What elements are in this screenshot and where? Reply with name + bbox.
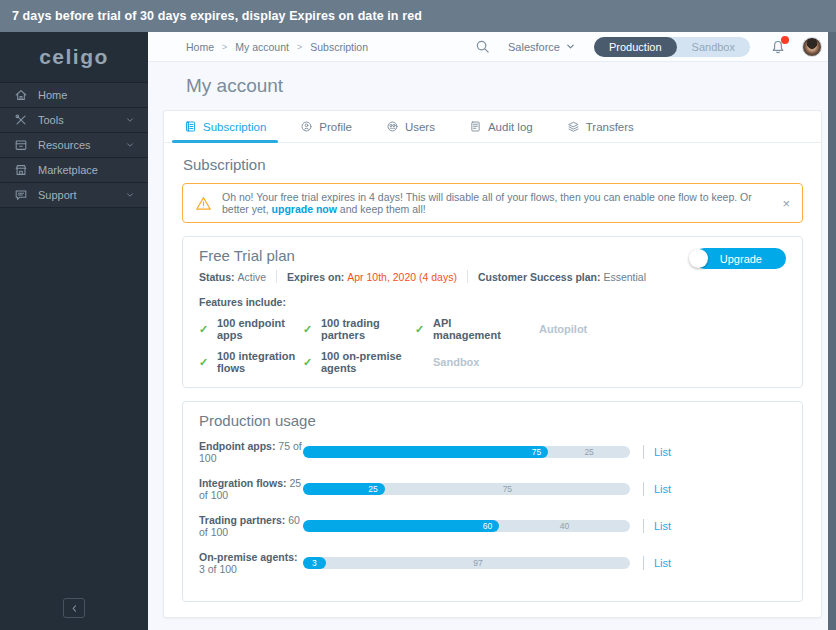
sidebar: celigo Home Tools Resources Marketplace — [0, 32, 148, 630]
scrollbar[interactable] — [828, 32, 836, 630]
usage-rows: Endpoint apps: 75 of 100 7525 List Integ… — [199, 440, 786, 575]
upgrade-knob — [689, 249, 708, 268]
subscription-icon — [184, 120, 197, 133]
plan-status-row: Status: Active Expires on: Apr 10th, 202… — [199, 270, 786, 283]
alert-text-after: and keep them all! — [337, 203, 426, 215]
sidebar-item-label: Home — [38, 89, 67, 101]
app-frame: celigo Home Tools Resources Marketplace — [0, 32, 836, 630]
tab-audit-log[interactable]: Audit log — [457, 111, 545, 142]
usage-label: Integration flows: 25 of 100 — [199, 477, 303, 501]
upgrade-now-link[interactable]: upgrade now — [272, 203, 337, 215]
instruction-banner: 7 days before trial of 30 days expires, … — [0, 0, 836, 32]
main-area: Home > My account > Subscription Salesfo… — [148, 32, 836, 630]
list-link[interactable]: List — [654, 483, 671, 495]
audit-log-icon — [469, 120, 482, 133]
feature-label: 100 trading partners — [321, 317, 415, 341]
tab-profile[interactable]: Profile — [288, 111, 364, 142]
chevron-down-icon — [125, 115, 135, 125]
user-avatar[interactable] — [802, 37, 822, 57]
chevron-down-icon — [125, 190, 135, 200]
sidebar-item-tools[interactable]: Tools — [0, 108, 148, 133]
usage-bar-fill: 25 — [303, 483, 385, 495]
sidebar-nav: Home Tools Resources Marketplace Support — [0, 82, 148, 208]
feature-label: Autopilot — [539, 323, 587, 335]
environment-sandbox[interactable]: Sandbox — [677, 37, 750, 57]
divider — [643, 519, 644, 533]
usage-name: Endpoint apps: — [199, 440, 275, 452]
chevron-down-icon — [125, 140, 135, 150]
divider — [467, 270, 468, 283]
tab-subscription[interactable]: Subscription — [172, 111, 278, 142]
feature-label: 100 endpoint apps — [217, 317, 303, 341]
sidebar-item-label: Support — [38, 189, 77, 201]
success-plan-value: Essential — [603, 271, 646, 283]
check-icon: ✓ — [303, 323, 316, 336]
sidebar-item-label: Tools — [38, 114, 64, 126]
tab-label: Audit log — [488, 121, 533, 133]
status-label: Status: — [199, 271, 235, 283]
usage-progress-bar: 397 — [303, 557, 630, 569]
tab-label: Subscription — [203, 121, 266, 133]
usage-progress-bar: 6040 — [303, 520, 630, 532]
search-button[interactable] — [475, 39, 490, 54]
alert-message: Oh no! Your free trial expires in 4 days… — [222, 191, 770, 215]
breadcrumb-my-account[interactable]: My account — [235, 41, 289, 53]
sidebar-item-resources[interactable]: Resources — [0, 133, 148, 158]
check-icon: ✓ — [199, 323, 212, 336]
feature-integration-flows: ✓100 integration flows — [199, 350, 303, 374]
check-icon: ✓ — [199, 356, 212, 369]
resources-icon — [14, 138, 28, 152]
features-title: Features include: — [199, 296, 786, 308]
breadcrumb-home[interactable]: Home — [186, 41, 214, 53]
environment-production[interactable]: Production — [594, 37, 677, 57]
feature-endpoint-apps: ✓100 endpoint apps — [199, 317, 303, 341]
upgrade-button[interactable]: Upgrade — [694, 248, 786, 269]
sidebar-item-support[interactable]: Support — [0, 183, 148, 208]
users-icon — [386, 120, 399, 133]
usage-name: On-premise agents: — [199, 551, 298, 563]
usage-bar-remaining: 97 — [473, 557, 482, 569]
usage-value: 3 of 100 — [199, 563, 237, 575]
search-icon — [475, 39, 490, 54]
usage-bar-remaining: 25 — [584, 446, 593, 458]
list-link[interactable]: List — [654, 557, 671, 569]
expires-value: Apr 10th, 2020 (4 days) — [347, 271, 457, 283]
account-card: Subscription Profile Users Audit log Tra… — [163, 110, 822, 618]
notifications-button[interactable] — [770, 39, 786, 55]
subscription-content: Subscription Oh no! Your free trial expi… — [164, 143, 821, 615]
environment-toggle: Production Sandbox — [594, 37, 750, 57]
usage-name: Integration flows: — [199, 477, 287, 489]
feature-on-premise-agents: ✓100 on-premise agents — [303, 350, 415, 374]
tab-users[interactable]: Users — [374, 111, 447, 142]
breadcrumb-subscription: Subscription — [310, 41, 368, 53]
sidebar-item-marketplace[interactable]: Marketplace — [0, 158, 148, 183]
notification-badge — [781, 36, 789, 44]
sidebar-item-home[interactable]: Home — [0, 83, 148, 108]
usage-label: Trading partners: 60 of 100 — [199, 514, 303, 538]
production-usage-panel: Production usage Endpoint apps: 75 of 10… — [182, 401, 803, 602]
list-link[interactable]: List — [654, 446, 671, 458]
usage-name: Trading partners: — [199, 514, 285, 526]
account-tabs: Subscription Profile Users Audit log Tra… — [164, 111, 821, 143]
upgrade-button-label: Upgrade — [720, 253, 762, 265]
page-title: My account — [148, 62, 836, 110]
usage-bar-fill: 75 — [303, 446, 548, 458]
usage-row-endpoint-apps: Endpoint apps: 75 of 100 7525 List — [199, 440, 786, 464]
list-link[interactable]: List — [654, 520, 671, 532]
breadcrumb-separator: > — [297, 42, 302, 52]
tab-transfers[interactable]: Transfers — [555, 111, 646, 142]
close-icon[interactable]: × — [782, 197, 790, 210]
chevron-down-icon — [565, 41, 576, 52]
check-icon: ✓ — [303, 356, 316, 369]
celigo-logo[interactable]: celigo — [0, 32, 148, 82]
chevron-left-icon — [69, 603, 80, 614]
sidebar-collapse-button[interactable] — [63, 598, 85, 618]
features-grid: ✓100 endpoint apps ✓100 trading partners… — [199, 317, 786, 374]
connection-selector[interactable]: Salesforce — [508, 41, 576, 53]
usage-row-on-premise-agents: On-premise agents: 3 of 100 397 List — [199, 551, 786, 575]
status-value: Active — [238, 271, 267, 283]
sidebar-item-label: Marketplace — [38, 164, 98, 176]
expires-label: Expires on: — [287, 271, 344, 283]
feature-api-management: ✓API management — [415, 317, 521, 341]
feature-autopilot: ✓Autopilot — [521, 317, 786, 341]
